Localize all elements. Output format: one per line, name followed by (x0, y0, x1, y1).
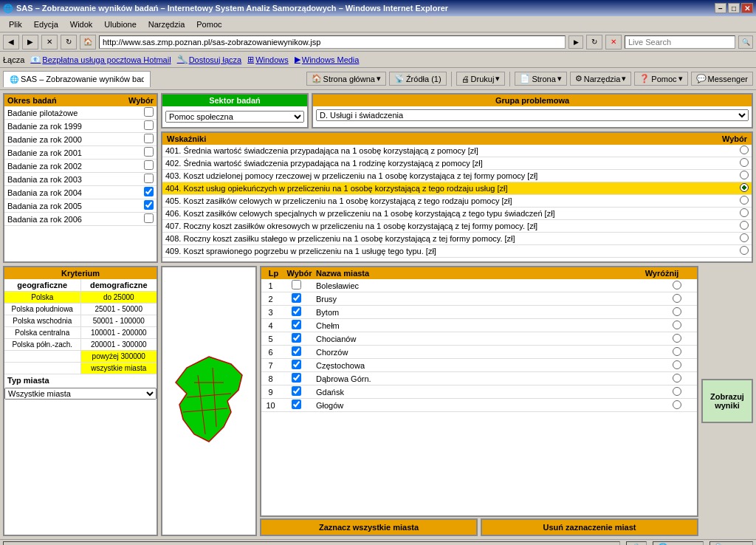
okres-checkbox[interactable] (144, 134, 154, 143)
drukuj-button[interactable]: 🖨 Drukuj ▾ (456, 72, 506, 86)
wskazniki-radio[interactable] (740, 208, 749, 217)
table-row[interactable]: 405. Koszt zasiłków celowych w przelicze… (162, 195, 752, 208)
city-checkbox[interactable] (292, 306, 301, 316)
city-wyrozni-radio[interactable] (673, 294, 681, 303)
list-item[interactable]: 1 Bolesławiec (261, 279, 697, 292)
table-row[interactable]: Badania za rok 2006 (4, 213, 157, 226)
zrodla-button[interactable]: 📡 Źródła (1) (389, 72, 447, 86)
table-row[interactable]: Badanie pilotażowe (4, 106, 157, 120)
strona-button[interactable]: 📄 Strona ▾ (515, 72, 566, 86)
city-checkbox[interactable] (292, 400, 301, 409)
table-row[interactable]: Badania za rok 2004 (4, 186, 157, 199)
grupa-select[interactable]: D. Usługi i świadczeniaA. ZarządzanieB. … (316, 109, 749, 121)
list-item[interactable]: 7 Częstochowa (261, 359, 697, 372)
okres-scroll[interactable]: Badanie pilotażoweBadanie za rok 1999Bad… (4, 106, 157, 261)
list-item[interactable]: 2 Brusy (261, 292, 697, 306)
messenger-button[interactable]: 💬 Messenger (691, 72, 753, 86)
list-item[interactable]: 8 Dąbrowa Górn. (261, 372, 697, 385)
kryterium-row[interactable]: powyżej 300000 (4, 351, 157, 363)
menu-plik[interactable]: Plik (3, 18, 28, 30)
list-item[interactable]: 10 Głogów (261, 399, 697, 412)
wskazniki-scroll[interactable]: 401. Średnia wartość świadczenia przypad… (162, 145, 752, 261)
zobrazuj-button[interactable]: Zobrazuj wyniki (701, 379, 753, 423)
kryterium-row[interactable]: Polska półn.-zach. 200001 - 300000 (4, 339, 157, 351)
wskazniki-radio[interactable] (740, 145, 749, 154)
back-button[interactable]: ◀ (3, 35, 19, 49)
wskazniki-radio[interactable] (740, 183, 749, 192)
okres-checkbox[interactable] (144, 107, 154, 117)
table-row[interactable]: 403. Koszt udzielonej pomocy rzeczowej w… (162, 170, 752, 182)
home-button[interactable]: 🏠 (80, 35, 96, 49)
city-wyrozni-radio[interactable] (673, 321, 681, 329)
kryterium-row[interactable]: Polska wschodnia 50001 - 100000 (4, 315, 157, 327)
city-wyrozni-radio[interactable] (673, 281, 681, 289)
city-checkbox[interactable] (292, 333, 301, 343)
strona-glowna-button[interactable]: 🏠 Strona główna ▾ (306, 72, 386, 86)
link-dostosuj[interactable]: 🔧 Dostosuj łącza (177, 55, 242, 64)
table-row[interactable]: 407. Roczny koszt zasiłków okresowych w … (162, 220, 752, 233)
menu-ulubione[interactable]: Ulubione (98, 18, 142, 30)
menu-widok[interactable]: Widok (64, 18, 99, 30)
wskazniki-radio[interactable] (740, 246, 749, 255)
table-row[interactable]: 401. Średnia wartość świadczenia przypad… (162, 145, 752, 157)
kryterium-row[interactable]: wszystkie miasta (4, 363, 157, 374)
wskazniki-radio[interactable] (740, 196, 749, 205)
list-item[interactable]: 6 Chorzów (261, 346, 697, 359)
table-row[interactable]: 404. Koszt usług opiekuńczych w przelicz… (162, 182, 752, 195)
okres-checkbox[interactable] (144, 213, 154, 223)
close-button[interactable]: ✕ (741, 3, 753, 13)
wskazniki-radio[interactable] (740, 233, 749, 242)
city-wyrozni-radio[interactable] (673, 387, 681, 396)
okres-checkbox[interactable] (144, 200, 154, 210)
cities-scroll[interactable]: 1 Bolesławiec 2 Brusy 3 Bytom 4 Chełm (261, 279, 697, 515)
address-input[interactable] (99, 35, 566, 49)
zaznacz-button[interactable]: Zaznacz wszystkie miasta (260, 518, 478, 536)
city-wyrozni-radio[interactable] (673, 400, 681, 409)
city-checkbox[interactable] (292, 386, 301, 396)
menu-narzedzia[interactable]: Narzędzia (142, 18, 191, 30)
pomoc-button[interactable]: ❓ Pomoc ▾ (634, 72, 687, 86)
menu-edycja[interactable]: Edycja (28, 18, 64, 30)
link-windows[interactable]: ⊞ Windows (247, 55, 289, 64)
city-checkbox[interactable] (292, 280, 301, 289)
kryterium-row[interactable]: Polska centralna 100001 - 200000 (4, 327, 157, 339)
city-checkbox[interactable] (292, 346, 301, 356)
wskazniki-radio[interactable] (740, 221, 749, 230)
city-checkbox[interactable] (292, 293, 301, 303)
go-button[interactable]: ▶ (568, 35, 583, 49)
city-wyrozni-radio[interactable] (673, 334, 681, 343)
okres-checkbox[interactable] (144, 174, 154, 183)
table-row[interactable]: Badanie za rok 2001 (4, 146, 157, 160)
stop2-button[interactable]: ✕ (605, 35, 622, 49)
table-row[interactable]: Badanie za rok 1999 (4, 120, 157, 133)
table-row[interactable]: Badania za rok 2005 (4, 199, 157, 213)
wskazniki-radio[interactable] (740, 171, 749, 179)
city-wyrozni-radio[interactable] (673, 360, 681, 369)
kryterium-row[interactable]: Polska południowa 25001 - 50000 (4, 304, 157, 315)
table-row[interactable]: 402. Średnia wartość świadczenia przypad… (162, 157, 752, 170)
city-wyrozni-radio[interactable] (673, 347, 681, 356)
refresh-button[interactable]: ↻ (61, 35, 77, 49)
city-checkbox[interactable] (292, 360, 301, 369)
list-item[interactable]: 9 Gdańsk (261, 385, 697, 399)
sektor-select[interactable]: Pomoc społecznaEdukacjaZdrowieTransport (165, 111, 304, 123)
list-item[interactable]: 5 Chocianów (261, 332, 697, 346)
list-item[interactable]: 4 Chełm (261, 319, 697, 332)
kryterium-row[interactable]: Polska do 25000 (4, 292, 157, 304)
wskazniki-radio[interactable] (740, 158, 749, 167)
forward-button[interactable]: ▶ (22, 35, 38, 49)
browser-tab[interactable]: 🌐 SAS – Zobrazowanie wyników badań – Int… (3, 71, 151, 87)
refresh2-button[interactable]: ↻ (586, 35, 602, 49)
search-go-button[interactable]: 🔍 (738, 35, 753, 49)
stop-button[interactable]: ✕ (41, 35, 58, 49)
okres-checkbox[interactable] (144, 147, 154, 157)
city-wyrozni-radio[interactable] (673, 307, 681, 316)
city-wyrozni-radio[interactable] (673, 374, 681, 383)
table-row[interactable]: Badanie za rok 2000 (4, 133, 157, 146)
link-windows-media[interactable]: ▶ Windows Media (295, 55, 360, 64)
list-item[interactable]: 3 Bytom (261, 306, 697, 319)
table-row[interactable]: Badanie za rok 2002 (4, 160, 157, 173)
table-row[interactable]: Badania za rok 2003 (4, 173, 157, 186)
link-hotmail[interactable]: 📧 Bezpłatna usługa pocztowa Hotmail (30, 55, 171, 64)
narzedzia-button[interactable]: ⚙ Narzędzia ▾ (570, 72, 632, 86)
